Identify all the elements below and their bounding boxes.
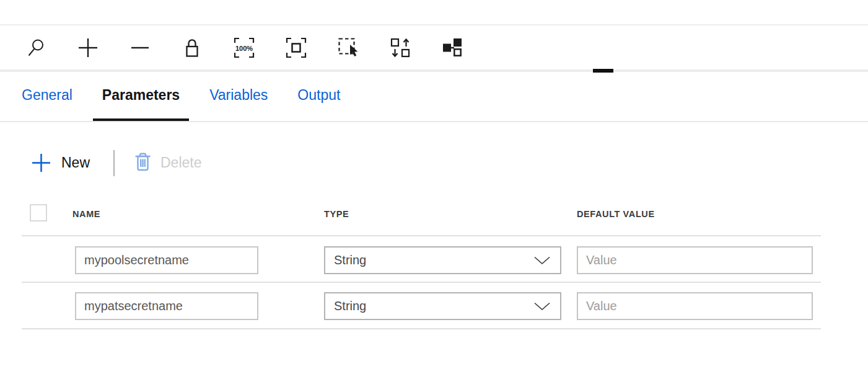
search-icon (25, 37, 46, 58)
show-graph-map-button[interactable] (437, 30, 468, 65)
delete-button-label: Delete (160, 154, 201, 171)
show-graph-map-icon (442, 37, 463, 58)
chevron-down-icon (534, 256, 550, 265)
zoom-in-button[interactable] (72, 30, 103, 65)
row-divider (22, 282, 821, 283)
header-divider (22, 235, 821, 236)
zoom-in-icon (77, 37, 99, 58)
new-button-label: New (61, 154, 90, 171)
multi-select-button[interactable] (333, 30, 364, 65)
canvas-top-strip (0, 0, 868, 25)
tab-variables[interactable]: Variables (200, 72, 277, 121)
lock-icon (182, 37, 203, 58)
parameter-type-value: String (334, 299, 366, 313)
zoom-100-button[interactable]: 100% (229, 30, 260, 65)
zoom-level-label: 100% (235, 44, 253, 51)
row-divider (22, 328, 821, 329)
multi-select-icon (337, 37, 359, 59)
auto-align-button[interactable] (385, 30, 416, 65)
parameter-name-input[interactable] (75, 246, 258, 274)
select-all-checkbox[interactable] (30, 204, 47, 221)
tab-general[interactable]: General (12, 72, 82, 121)
zoom-to-fit-button[interactable] (281, 30, 312, 65)
zoom-to-fit-icon (285, 37, 307, 59)
column-header-type: TYPE (324, 209, 349, 219)
zoom-out-button[interactable] (125, 30, 156, 65)
trash-icon (133, 152, 152, 172)
action-bar-separator (113, 150, 115, 176)
parameter-default-value-input[interactable] (577, 246, 813, 274)
zoom-100-icon: 100% (233, 37, 255, 59)
parameter-name-input[interactable] (75, 292, 258, 320)
parameter-type-dropdown[interactable]: String (324, 292, 561, 320)
chevron-down-icon (534, 302, 550, 311)
auto-align-icon (390, 37, 411, 58)
canvas-toolbar: 100% (0, 25, 868, 69)
column-header-name: NAME (72, 209, 100, 219)
plus-icon (31, 153, 51, 173)
parameter-type-dropdown[interactable]: String (324, 246, 561, 274)
config-tab-bar: General Parameters Variables Output (0, 72, 868, 122)
search-button[interactable] (20, 30, 51, 65)
tab-parameters[interactable]: Parameters (93, 72, 189, 121)
parameter-type-value: String (334, 253, 366, 267)
tab-output[interactable]: Output (288, 72, 349, 121)
column-header-default-value: DEFAULT VALUE (577, 209, 655, 219)
parameter-default-value-input[interactable] (577, 292, 813, 320)
lock-button[interactable] (177, 30, 208, 65)
pipeline-config-panel: 100% (0, 0, 868, 384)
zoom-out-icon (129, 37, 151, 58)
